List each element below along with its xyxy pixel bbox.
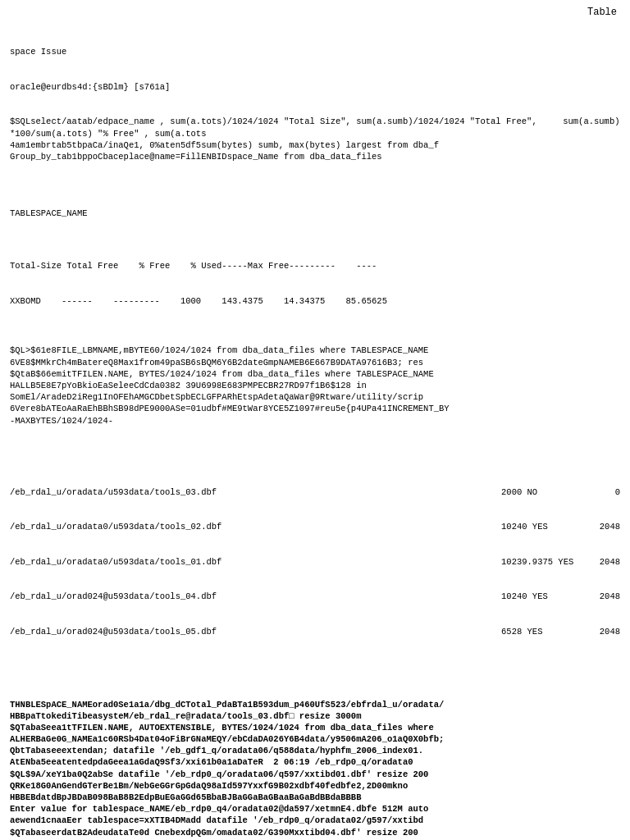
file-row-1: /eb_rdal_u/oradata/u593data/tools_03.dbf…: [10, 486, 620, 498]
file-row-2: /eb_rdal_u/oradata0/u593data/tools_02.db…: [10, 521, 620, 532]
file-row-5: /eb_rdal_u/orad024@u593data/tools_05.dbf…: [10, 626, 620, 637]
oracle-line: oracle@eurdbs4d:{sBDlm} [s761a]: [10, 81, 620, 93]
mixed-block1: THNBLESpACE_NAMEorad0Se1a1a/dbg_dCTotal_…: [10, 699, 620, 840]
file-row-3: /eb_rdal_u/oradata0/u593data/tools_01.db…: [10, 556, 620, 568]
space-issue-line: space Issue: [10, 46, 620, 57]
main-content: space Issue oracle@eurdbs4d:{sBDlm} [s76…: [7, 21, 623, 840]
tablespace-name-header: TABLESPACE_NAME: [10, 208, 620, 219]
file-row-4: /eb_rdal_u/orad024@u593data/tools_04.dbf…: [10, 591, 620, 602]
table-label: Table: [7, 7, 623, 18]
page-container: Table space Issue oracle@eurdbs4d:{sBDlm…: [7, 7, 623, 840]
table-label-text: Table: [587, 7, 617, 18]
sql-query-block: $SQLselect/aatab/edpace_name , sum(a.tot…: [10, 116, 620, 162]
xxbomd-row: XXBOMD ------ --------- 1000 143.4375 14…: [10, 295, 620, 307]
sql-block1: $QL>$61e8FILE_LBMNAME,mBYTE60/1024/1024 …: [10, 345, 620, 426]
files-section: /eb_rdal_u/oradata/u593data/tools_03.dbf…: [10, 463, 620, 660]
columns-header: Total-Size Total Free % Free % Used-----…: [10, 260, 620, 272]
